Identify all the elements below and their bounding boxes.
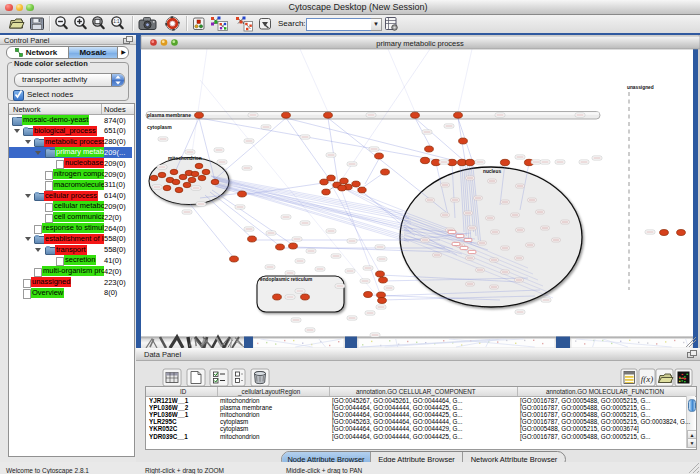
svg-text:endoplasmic reticulum: endoplasmic reticulum xyxy=(260,277,312,282)
svg-text:primary metabolic process: primary metabolic process xyxy=(376,39,464,48)
svg-text:cytoplasm: cytoplasm xyxy=(147,124,172,130)
svg-text:mitochondrion: mitochondrion xyxy=(168,156,202,161)
svg-text:unassigned: unassigned xyxy=(627,85,654,90)
svg-text:f(x): f(x) xyxy=(641,374,654,384)
svg-text:nucleus: nucleus xyxy=(483,169,501,174)
svg-text:plasma membrane: plasma membrane xyxy=(147,112,191,118)
svg-text:1:1: 1:1 xyxy=(113,19,120,24)
